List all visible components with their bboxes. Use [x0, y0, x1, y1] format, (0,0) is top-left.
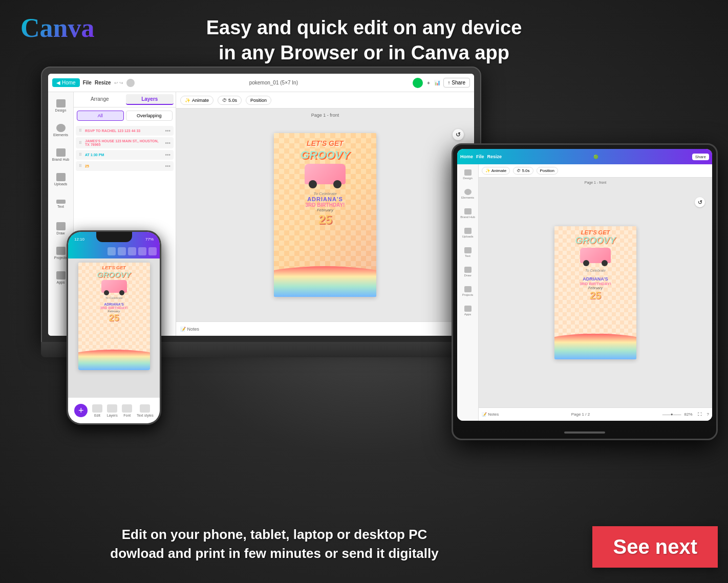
phone-card-rainbow [78, 350, 150, 370]
apps-icon [464, 306, 472, 312]
sidebar-elements[interactable]: Elements [52, 121, 70, 139]
tablet-fullscreen-button[interactable]: ⛶ [698, 412, 702, 417]
tablet-bottom-bar: 📝 Notes Page 1 / 2 ——●—— 82% ⛶ ? [479, 407, 712, 421]
tablet-apps-sidebar[interactable]: Apps [460, 304, 476, 318]
see-next-button[interactable]: See next [592, 526, 718, 568]
resize-label[interactable]: Resize [95, 80, 111, 85]
undo-redo[interactable]: ↩ ↪ [114, 80, 124, 85]
share-button[interactable]: ↑ Share [443, 78, 470, 88]
tablet: Home File Resize 🟢 Share Design E [452, 143, 718, 440]
card-month: February [317, 208, 333, 212]
tablet-projects-sidebar[interactable]: Projects [460, 284, 476, 298]
tablet-elements-sidebar[interactable]: Elements [460, 187, 476, 201]
tablet-card-date: 25 [590, 290, 601, 301]
layers-icon [107, 404, 117, 413]
tablet-body: Home File Resize 🟢 Share Design E [452, 143, 718, 440]
all-layers-button[interactable]: All [77, 111, 124, 121]
phone-edit-button[interactable]: Edit [92, 404, 102, 417]
layers-tabs: Arrange Layers [74, 92, 176, 107]
canvas-page[interactable]: LET'S GET GROOVY To Celebrate ADRIANA'S … [274, 133, 376, 297]
laptop-topbar-left: ◀ Home File Resize ↩ ↪ [52, 78, 135, 87]
tablet-sidebar: Design Elements Brand Hub Uploads [457, 164, 479, 421]
home-button[interactable]: ◀ Home [52, 78, 80, 87]
elements-icon [464, 189, 472, 195]
phone-lets-get: LET'S GET [102, 265, 125, 270]
uploads-icon [464, 228, 472, 234]
tablet-brand-sidebar[interactable]: Brand Hub [460, 206, 476, 221]
file-label[interactable]: File [83, 80, 92, 85]
plus-button[interactable]: ＋ [426, 79, 431, 87]
overlapping-button[interactable]: Overlapping [126, 111, 173, 121]
phone-add-button[interactable]: + [74, 404, 88, 417]
canvas-bottom-bar: 📝 Notes Page 1/2 [176, 321, 474, 336]
bottom-text: Edit on your phone, tablet, laptop or de… [0, 525, 549, 563]
drag-handle: ⠿ [79, 153, 82, 157]
phone-icon-1[interactable] [108, 247, 116, 255]
textstyle-label: Text styles [137, 414, 154, 417]
phone-icon-2[interactable] [118, 247, 126, 255]
chart-button[interactable]: 📊 [434, 80, 440, 85]
phone-bottom-bar: + Edit Layers Font Text [68, 398, 160, 423]
bottom-line2: dowload and print in few minutes or send… [0, 544, 549, 563]
drag-handle: ⠿ [79, 141, 82, 145]
tablet-page[interactable]: LET'S GET GROOVY To Celebrate ADRIANA'S … [554, 226, 636, 359]
phone-textstyle-button[interactable]: Text styles [137, 404, 154, 417]
arrange-tab[interactable]: Arrange [76, 94, 124, 105]
tablet-canva-ui: Home File Resize 🟢 Share Design E [457, 149, 712, 421]
projects-icon [464, 286, 472, 292]
sidebar-brand[interactable]: Brand Hub [52, 145, 70, 164]
sidebar-uploads[interactable]: Uploads [52, 170, 70, 188]
phone-font-button[interactable]: Font [122, 404, 132, 417]
card-date: 25 [318, 212, 332, 227]
time-button[interactable]: ⏱ 5.0s [218, 96, 242, 105]
layer-item[interactable]: ⠿ RSVP TO RACHEL 123 123 44 33 ••• [76, 126, 174, 136]
document-title: pokemon_01 (5×7 In) [249, 80, 298, 85]
page-label: Page 1 - front [311, 113, 339, 118]
tablet-text-sidebar[interactable]: Text [460, 245, 476, 260]
tablet-draw-sidebar[interactable]: Draw [460, 265, 476, 279]
phone-icon-3[interactable] [128, 247, 136, 255]
phone-card-car [101, 280, 127, 293]
canvas-workspace[interactable]: Page 1 - front LET'S GET GROOVY To Celeb… [176, 109, 474, 321]
tablet-toolbar: ✨ Animate ⏱ 5.0s Position [479, 164, 712, 178]
layer-item[interactable]: ⠿ AT 1:30 PM ••• [76, 150, 174, 160]
tablet-canvas[interactable]: Page 1 - front LET'S GET GROOVY To Celeb… [479, 178, 712, 407]
phone-icon-4[interactable] [138, 247, 146, 255]
tablet-file[interactable]: File [476, 154, 484, 159]
layers-filter-buttons: All Overlapping [74, 107, 176, 124]
tablet-share-button[interactable]: Share [692, 154, 709, 160]
notes-label: 📝 Notes [180, 327, 199, 332]
tablet-card-month: February [588, 286, 603, 290]
phone-icon-5[interactable] [148, 247, 157, 255]
font-icon [122, 404, 132, 413]
tablet-design-sidebar[interactable]: Design [460, 167, 476, 182]
tablet-home[interactable]: Home [460, 154, 473, 159]
refresh-button[interactable]: ↺ [453, 129, 464, 140]
sidebar-text[interactable]: Text [52, 195, 70, 213]
layer-options[interactable]: ••• [165, 140, 170, 146]
tablet-position-button[interactable]: Position [537, 167, 558, 175]
position-button[interactable]: Position [246, 96, 271, 105]
tablet-resize[interactable]: Resize [487, 154, 502, 159]
layer-item[interactable]: ⠿ JAMES'S HOUSE 123 MAIN ST., HOUSTON, T… [76, 137, 174, 148]
tablet-help-button[interactable]: ? [707, 412, 709, 417]
tablet-uploads-sidebar[interactable]: Uploads [460, 226, 476, 240]
tablet-animate-button[interactable]: ✨ Animate [482, 167, 510, 175]
tablet-refresh-button[interactable]: ↺ [695, 197, 705, 207]
sidebar-design[interactable]: Design [52, 96, 70, 115]
tablet-time-button[interactable]: ⏱ 5.0s [513, 167, 533, 175]
phone-canvas-section[interactable]: LET'S GET GROOVY To Celebrate ADRIANA'S … [68, 258, 160, 398]
textstyle-icon [140, 404, 150, 413]
phone-layers-button[interactable]: Layers [107, 404, 118, 417]
phone-card-date: 25 [109, 313, 119, 323]
phone: 12:10 77% [67, 230, 161, 425]
tablet-card-car [580, 248, 611, 263]
phone-card-display[interactable]: LET'S GET GROOVY To Celebrate ADRIANA'S … [78, 263, 150, 370]
layer-options[interactable]: ••• [165, 152, 170, 158]
brand-icon [464, 208, 472, 214]
layers-tab[interactable]: Layers [126, 94, 174, 105]
layer-options[interactable]: ••• [165, 128, 170, 134]
layer-item[interactable]: ⠿ 25 ••• [76, 161, 174, 171]
animate-button[interactable]: ✨ Animate [180, 96, 213, 105]
layer-options[interactable]: ••• [165, 163, 170, 169]
